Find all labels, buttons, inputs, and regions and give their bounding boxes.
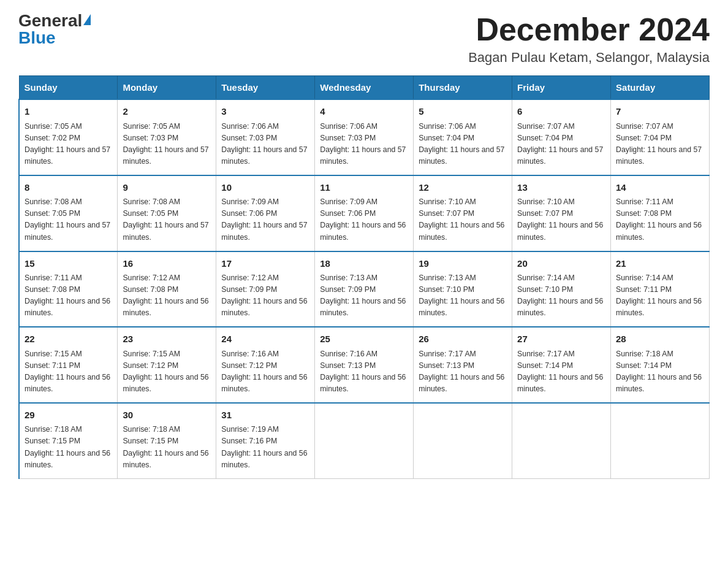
day-info: Sunrise: 7:09 AM Sunset: 7:06 PM Dayligh… — [221, 196, 309, 243]
day-number: 5 — [419, 105, 507, 119]
day-info: Sunrise: 7:17 AM Sunset: 7:13 PM Dayligh… — [419, 348, 507, 395]
day-info: Sunrise: 7:10 AM Sunset: 7:07 PM Dayligh… — [419, 196, 507, 243]
page-header: General Blue December 2024 Bagan Pulau K… — [18, 12, 710, 66]
day-info: Sunrise: 7:06 AM Sunset: 7:04 PM Dayligh… — [419, 121, 507, 167]
calendar-cell: 28 Sunrise: 7:18 AM Sunset: 7:14 PM Dayl… — [611, 327, 710, 403]
logo-triangle-icon — [83, 14, 91, 25]
day-info: Sunrise: 7:14 AM Sunset: 7:11 PM Dayligh… — [616, 272, 704, 319]
day-number: 19 — [419, 257, 507, 271]
day-number: 27 — [517, 332, 605, 347]
day-info: Sunrise: 7:17 AM Sunset: 7:14 PM Dayligh… — [517, 348, 605, 395]
column-header-sunday: Sunday — [19, 76, 118, 100]
day-number: 21 — [616, 257, 704, 271]
column-header-saturday: Saturday — [611, 76, 710, 100]
day-info: Sunrise: 7:18 AM Sunset: 7:14 PM Dayligh… — [616, 348, 704, 395]
calendar-header-row: SundayMondayTuesdayWednesdayThursdayFrid… — [19, 76, 710, 100]
week-row-4: 22 Sunrise: 7:15 AM Sunset: 7:11 PM Dayl… — [19, 327, 710, 403]
day-number: 6 — [517, 105, 605, 119]
calendar-cell: 9 Sunrise: 7:08 AM Sunset: 7:05 PM Dayli… — [118, 175, 216, 251]
day-number: 14 — [616, 181, 704, 195]
calendar-cell: 2 Sunrise: 7:05 AM Sunset: 7:03 PM Dayli… — [118, 99, 216, 175]
week-row-3: 15 Sunrise: 7:11 AM Sunset: 7:08 PM Dayl… — [19, 251, 710, 327]
day-info: Sunrise: 7:18 AM Sunset: 7:15 PM Dayligh… — [123, 424, 211, 470]
day-info: Sunrise: 7:16 AM Sunset: 7:13 PM Dayligh… — [320, 348, 408, 395]
calendar-cell: 27 Sunrise: 7:17 AM Sunset: 7:14 PM Dayl… — [512, 327, 611, 403]
calendar-cell: 4 Sunrise: 7:06 AM Sunset: 7:03 PM Dayli… — [315, 99, 414, 175]
day-number: 10 — [221, 181, 309, 195]
column-header-friday: Friday — [512, 76, 611, 100]
day-number: 22 — [25, 332, 112, 347]
day-info: Sunrise: 7:09 AM Sunset: 7:06 PM Dayligh… — [320, 196, 408, 243]
day-number: 8 — [25, 181, 112, 195]
calendar-cell: 5 Sunrise: 7:06 AM Sunset: 7:04 PM Dayli… — [414, 99, 512, 175]
day-number: 15 — [25, 257, 112, 271]
day-info: Sunrise: 7:13 AM Sunset: 7:09 PM Dayligh… — [320, 272, 408, 319]
day-number: 31 — [221, 408, 309, 423]
logo: General Blue — [18, 12, 91, 47]
day-info: Sunrise: 7:06 AM Sunset: 7:03 PM Dayligh… — [221, 121, 309, 167]
day-info: Sunrise: 7:18 AM Sunset: 7:15 PM Dayligh… — [25, 424, 112, 470]
day-number: 1 — [25, 105, 112, 119]
day-info: Sunrise: 7:19 AM Sunset: 7:16 PM Dayligh… — [221, 424, 309, 470]
logo-blue-text: Blue — [18, 29, 56, 47]
day-info: Sunrise: 7:16 AM Sunset: 7:12 PM Dayligh… — [221, 348, 309, 395]
week-row-1: 1 Sunrise: 7:05 AM Sunset: 7:02 PM Dayli… — [19, 99, 710, 175]
day-number: 3 — [221, 105, 309, 119]
calendar-cell: 20 Sunrise: 7:14 AM Sunset: 7:10 PM Dayl… — [512, 251, 611, 327]
day-info: Sunrise: 7:12 AM Sunset: 7:09 PM Dayligh… — [221, 272, 309, 319]
day-number: 7 — [616, 105, 704, 119]
calendar-table: SundayMondayTuesdayWednesdayThursdayFrid… — [18, 75, 710, 478]
day-info: Sunrise: 7:11 AM Sunset: 7:08 PM Dayligh… — [25, 272, 112, 319]
day-info: Sunrise: 7:08 AM Sunset: 7:05 PM Dayligh… — [25, 196, 112, 243]
calendar-cell: 3 Sunrise: 7:06 AM Sunset: 7:03 PM Dayli… — [216, 99, 315, 175]
calendar-cell — [611, 403, 710, 478]
day-number: 23 — [123, 332, 211, 347]
calendar-cell: 29 Sunrise: 7:18 AM Sunset: 7:15 PM Dayl… — [19, 403, 118, 478]
week-row-5: 29 Sunrise: 7:18 AM Sunset: 7:15 PM Dayl… — [19, 403, 710, 478]
day-info: Sunrise: 7:12 AM Sunset: 7:08 PM Dayligh… — [123, 272, 211, 319]
column-header-wednesday: Wednesday — [315, 76, 414, 100]
calendar-cell: 8 Sunrise: 7:08 AM Sunset: 7:05 PM Dayli… — [19, 175, 118, 251]
calendar-cell: 11 Sunrise: 7:09 AM Sunset: 7:06 PM Dayl… — [315, 175, 414, 251]
day-info: Sunrise: 7:05 AM Sunset: 7:02 PM Dayligh… — [25, 121, 112, 167]
month-year-title: December 2024 — [468, 12, 710, 47]
calendar-cell — [512, 403, 611, 478]
day-number: 18 — [320, 257, 408, 271]
day-info: Sunrise: 7:08 AM Sunset: 7:05 PM Dayligh… — [123, 196, 211, 243]
day-info: Sunrise: 7:10 AM Sunset: 7:07 PM Dayligh… — [517, 196, 605, 243]
day-number: 26 — [419, 332, 507, 347]
day-info: Sunrise: 7:07 AM Sunset: 7:04 PM Dayligh… — [517, 121, 605, 167]
calendar-cell: 7 Sunrise: 7:07 AM Sunset: 7:04 PM Dayli… — [611, 99, 710, 175]
day-number: 24 — [221, 332, 309, 347]
day-number: 28 — [616, 332, 704, 347]
day-number: 16 — [123, 257, 211, 271]
day-info: Sunrise: 7:07 AM Sunset: 7:04 PM Dayligh… — [616, 121, 704, 167]
day-info: Sunrise: 7:15 AM Sunset: 7:12 PM Dayligh… — [123, 348, 211, 395]
day-number: 25 — [320, 332, 408, 347]
logo-general-text: General — [18, 11, 82, 30]
day-number: 13 — [517, 181, 605, 195]
calendar-cell: 22 Sunrise: 7:15 AM Sunset: 7:11 PM Dayl… — [19, 327, 118, 403]
day-number: 20 — [517, 257, 605, 271]
calendar-cell: 25 Sunrise: 7:16 AM Sunset: 7:13 PM Dayl… — [315, 327, 414, 403]
location-subtitle: Bagan Pulau Ketam, Selangor, Malaysia — [468, 50, 710, 66]
calendar-cell: 30 Sunrise: 7:18 AM Sunset: 7:15 PM Dayl… — [118, 403, 216, 478]
calendar-cell — [414, 403, 512, 478]
day-number: 29 — [25, 408, 112, 423]
day-number: 30 — [123, 408, 211, 423]
calendar-cell: 31 Sunrise: 7:19 AM Sunset: 7:16 PM Dayl… — [216, 403, 315, 478]
day-info: Sunrise: 7:06 AM Sunset: 7:03 PM Dayligh… — [320, 121, 408, 167]
calendar-cell: 10 Sunrise: 7:09 AM Sunset: 7:06 PM Dayl… — [216, 175, 315, 251]
day-info: Sunrise: 7:11 AM Sunset: 7:08 PM Dayligh… — [616, 196, 704, 243]
day-info: Sunrise: 7:05 AM Sunset: 7:03 PM Dayligh… — [123, 121, 211, 167]
calendar-cell: 12 Sunrise: 7:10 AM Sunset: 7:07 PM Dayl… — [414, 175, 512, 251]
day-info: Sunrise: 7:14 AM Sunset: 7:10 PM Dayligh… — [517, 272, 605, 319]
day-number: 12 — [419, 181, 507, 195]
column-header-monday: Monday — [118, 76, 216, 100]
column-header-tuesday: Tuesday — [216, 76, 315, 100]
calendar-cell: 6 Sunrise: 7:07 AM Sunset: 7:04 PM Dayli… — [512, 99, 611, 175]
calendar-cell: 13 Sunrise: 7:10 AM Sunset: 7:07 PM Dayl… — [512, 175, 611, 251]
day-number: 11 — [320, 181, 408, 195]
calendar-cell: 21 Sunrise: 7:14 AM Sunset: 7:11 PM Dayl… — [611, 251, 710, 327]
day-info: Sunrise: 7:13 AM Sunset: 7:10 PM Dayligh… — [419, 272, 507, 319]
